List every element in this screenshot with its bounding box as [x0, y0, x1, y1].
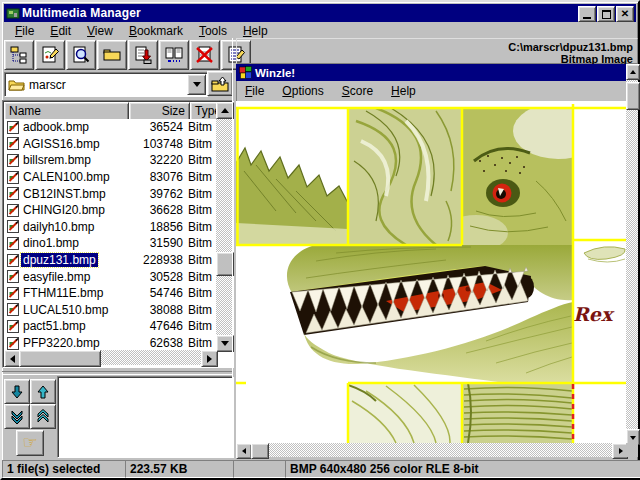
preview-search-button[interactable] — [66, 40, 96, 70]
preview-vscroll-thumb[interactable] — [626, 82, 640, 110]
file-row[interactable]: adbook.bmp 36524 Bitm — [4, 119, 216, 136]
preview-header: C:\marscr\dpuz131.bmp Bitmap Image — [236, 38, 638, 64]
file-row[interactable]: CHINGI20.bmp 36628 Bitm — [4, 202, 216, 219]
minimize-button[interactable] — [578, 6, 596, 22]
file-name: AGISS16.bmp — [21, 137, 102, 151]
file-size: 62638 — [127, 336, 188, 350]
file-size: 32220 — [127, 153, 188, 167]
bitmap-file-icon — [6, 171, 21, 184]
file-list-vscrollbar[interactable] — [216, 102, 232, 350]
file-row[interactable]: LUCAL510.bmp 38088 Bitm — [4, 302, 216, 319]
file-row[interactable]: PFP3220.bmp 62638 Bitm — [4, 335, 216, 350]
copy-move-button[interactable] — [128, 40, 158, 70]
current-folder-label: marscr — [29, 78, 66, 92]
file-type: Bitm — [188, 220, 216, 234]
preview-scroll-up-button[interactable] — [626, 64, 640, 80]
bitmap-file-icon — [6, 337, 21, 350]
file-row[interactable]: dino1.bmp 31590 Bitm — [4, 235, 216, 252]
file-type: Bitm — [188, 286, 216, 300]
catalog-book-button[interactable] — [159, 40, 189, 70]
file-row[interactable]: FTHM11E.bmp 54746 Bitm — [4, 285, 216, 302]
triangle-down-icon — [630, 436, 636, 443]
winzle-menu-bar: File Options Score Help — [236, 81, 626, 102]
file-rows: adbook.bmp 36524 Bitm AGISS16.bmp 103748… — [4, 119, 216, 350]
status-image-info: BMP 640x480 256 color RLE 8-bit — [285, 460, 640, 478]
menu-file[interactable]: File — [8, 22, 41, 40]
file-name: CALEN100.bmp — [21, 170, 112, 184]
bitmap-file-icon — [6, 121, 21, 134]
file-type: Bitm — [188, 187, 216, 201]
file-name: billsrem.bmp — [21, 153, 93, 167]
status-bar: 1 file(s) selected 223.57 KB BMP 640x480… — [2, 459, 638, 478]
combo-dropdown-button[interactable] — [187, 74, 206, 95]
folder-tree-button[interactable] — [4, 40, 34, 70]
delete-button[interactable] — [190, 40, 220, 70]
winzle-menu-help[interactable]: Help — [382, 82, 425, 100]
chevron-down-icon — [193, 82, 201, 91]
status-spare — [233, 460, 287, 478]
separator — [2, 371, 232, 375]
file-size: 103748 — [127, 137, 188, 151]
file-type: Bitm — [188, 270, 216, 284]
triangle-left-icon — [6, 355, 15, 363]
file-type: Bitm — [188, 120, 216, 134]
folder-up-icon — [210, 75, 230, 93]
selection-listbox[interactable] — [57, 376, 234, 458]
file-row[interactable]: pact51.bmp 47646 Bitm — [4, 318, 216, 335]
move-up-button[interactable] — [30, 379, 56, 404]
winzle-menu-file[interactable]: File — [236, 82, 273, 100]
winzle-title-bar[interactable]: Winzle! — [236, 64, 626, 81]
winzle-menu-score[interactable]: Score — [333, 82, 382, 100]
move-top-button[interactable] — [30, 404, 56, 429]
status-selection: 1 file(s) selected — [2, 460, 127, 478]
folder-combobox[interactable]: marscr — [4, 72, 208, 97]
file-row[interactable]: CB12INST.bmp 39762 Bitm — [4, 185, 216, 202]
bitmap-file-icon — [6, 237, 21, 250]
puzzle-canvas[interactable]: Rex — [236, 101, 626, 443]
preview-hscrollbar[interactable] — [236, 443, 626, 457]
edit-image-button[interactable] — [35, 40, 65, 70]
catalog-book-icon — [164, 45, 184, 65]
go-button[interactable]: ☞ — [16, 430, 44, 456]
triangle-left-icon — [239, 448, 246, 454]
file-row[interactable]: dailyh10.bmp 18856 Bitm — [4, 219, 216, 236]
bitmap-file-icon — [6, 303, 21, 316]
close-button[interactable]: ✕ — [616, 6, 634, 22]
file-size: 47646 — [127, 319, 188, 333]
file-type: Bitm — [188, 336, 216, 350]
file-name: dailyh10.bmp — [21, 220, 96, 234]
menu-tools[interactable]: Tools — [192, 22, 234, 40]
move-bottom-button[interactable] — [4, 404, 30, 429]
up-one-level-button[interactable] — [207, 71, 233, 96]
file-size: 36524 — [127, 120, 188, 134]
menu-view[interactable]: View — [80, 22, 120, 40]
preview-hscroll-thumb[interactable] — [251, 443, 269, 459]
move-down-button[interactable] — [4, 379, 30, 404]
file-name: CHINGI20.bmp — [21, 203, 107, 217]
file-row[interactable]: AGISS16.bmp 103748 Bitm — [4, 136, 216, 153]
preview-vscrollbar[interactable] — [626, 64, 638, 443]
file-type: Bitm — [188, 253, 216, 267]
menu-edit[interactable]: Edit — [43, 22, 78, 40]
file-row[interactable]: billsrem.bmp 32220 Bitm — [4, 152, 216, 169]
arrow-up-icon — [35, 384, 51, 400]
title-bar[interactable]: Multimedia Manager ✕ — [4, 4, 636, 22]
triangle-right-icon — [619, 448, 626, 454]
file-name: PFP3220.bmp — [21, 336, 102, 350]
triangle-up-icon — [630, 67, 636, 74]
file-name: CB12INST.bmp — [21, 187, 108, 201]
minimize-icon — [583, 17, 591, 19]
puzzle-caption-text: Rex — [573, 303, 615, 325]
preview-scroll-left-button[interactable] — [236, 443, 252, 459]
scroll-right-button[interactable] — [201, 350, 218, 367]
menu-bookmark[interactable]: Bookmark — [122, 22, 190, 40]
winzle-menu-options[interactable]: Options — [273, 82, 332, 100]
file-list-hscrollbar[interactable] — [4, 350, 216, 365]
file-row[interactable]: easyfile.bmp 30528 Bitm — [4, 268, 216, 285]
file-row[interactable]: CALEN100.bmp 83076 Bitm — [4, 169, 216, 186]
file-name: pact51.bmp — [21, 319, 88, 333]
file-row[interactable]: dpuz131.bmp 228938 Bitm — [4, 252, 216, 269]
restore-button[interactable] — [597, 6, 615, 22]
open-folder-button[interactable] — [97, 40, 127, 70]
hscroll-thumb[interactable] — [19, 350, 101, 367]
